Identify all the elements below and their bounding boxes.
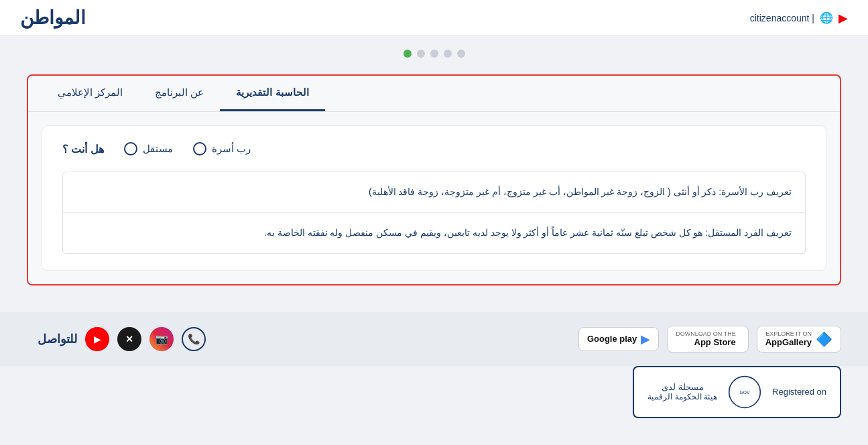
instagram-icon[interactable]: 📷: [149, 327, 174, 351]
carousel-dot-5[interactable]: [404, 50, 412, 58]
youtube-icon[interactable]: ▶: [85, 327, 109, 351]
registered-org-name: هيئة الحكومة الرقمية: [647, 392, 717, 401]
youtube-icon[interactable]: ▶: [839, 11, 848, 25]
radio-family-head[interactable]: رب أسرة: [193, 142, 251, 155]
google-play-badge[interactable]: ▶ Google play: [578, 327, 659, 351]
phone-icon[interactable]: 📞: [182, 327, 206, 351]
globe-icon[interactable]: 🌐: [820, 11, 833, 24]
radio-family-head-label: رب أسرة: [212, 143, 251, 155]
carousel-indicators: [0, 36, 868, 68]
footer-contact: 📞 📷 ✕ ▶ للتواصل: [27, 327, 206, 351]
registered-box: Registered on GOV مسجلة لدى هيئة الحكومة…: [633, 366, 841, 418]
apple-main-label: App Store: [676, 337, 735, 348]
apple-sub-label: Download on the: [676, 330, 735, 338]
x-twitter-icon[interactable]: ✕: [117, 327, 141, 351]
main-content: الحاسبة التقديرية عن البرنامج المركز الإ…: [0, 68, 868, 312]
tab-bar: الحاسبة التقديرية عن البرنامج المركز الإ…: [28, 76, 840, 112]
contact-title: للتواصل: [38, 332, 77, 346]
radio-independent-label: مستقل: [143, 143, 173, 155]
tab-calculator[interactable]: الحاسبة التقديرية: [220, 76, 324, 111]
huawei-badge[interactable]: 🔷 EXPLORE IT ON AppGallery: [757, 326, 841, 353]
radio-family-head-circle[interactable]: [193, 142, 206, 155]
carousel-dot-2[interactable]: [444, 50, 452, 58]
app-badges: 🔷 EXPLORE IT ON AppGallery Download on t…: [578, 326, 841, 353]
tab-about[interactable]: عن البرنامج: [139, 76, 220, 111]
definitions-box: تعريف رب الأسرة: ذكر أو أنثى ( الزوج، زو…: [62, 172, 806, 254]
question-row: رب أسرة مستقل هل أنت ؟: [62, 142, 806, 155]
google-play-badge-text: Google play: [587, 334, 637, 344]
radio-independent-circle[interactable]: [124, 142, 137, 155]
carousel-dot-1[interactable]: [457, 50, 465, 58]
definition-family-head: تعريف رب الأسرة: ذكر أو أنثى ( الزوج، زو…: [63, 172, 805, 213]
tab-media[interactable]: المركز الإعلامي: [42, 76, 139, 111]
carousel-dot-4[interactable]: [417, 50, 425, 58]
digital-gov-logo: GOV: [728, 375, 761, 409]
question-label: هل أنت ؟: [62, 143, 104, 155]
definition-independent: تعريف الفرد المستقل: هو كل شخص تبلغ سنّه…: [63, 213, 805, 253]
svg-text:GOV: GOV: [740, 389, 750, 394]
apple-badge[interactable]: Download on the App Store: [667, 326, 748, 353]
radio-independent[interactable]: مستقل: [124, 142, 173, 155]
apple-badge-text: Download on the App Store: [676, 330, 735, 348]
huawei-main-label: AppGallery: [765, 337, 812, 348]
calculator-inner: رب أسرة مستقل هل أنت ؟ تعريف رب الأسرة: …: [42, 125, 826, 271]
huawei-badge-text: EXPLORE IT ON AppGallery: [765, 330, 812, 348]
header-left: ▶ 🌐 | citizenaccount: [750, 11, 848, 25]
registered-en-label: Registered on: [772, 387, 826, 397]
registered-section: Registered on GOV مسجلة لدى هيئة الحكومة…: [0, 366, 868, 432]
site-logo: المواطن: [20, 7, 86, 29]
registered-ar-label: مسجلة لدى: [662, 382, 704, 392]
header: ▶ 🌐 | citizenaccount المواطن: [0, 0, 868, 36]
google-play-icon: ▶: [641, 332, 650, 346]
huawei-sub-label: EXPLORE IT ON: [765, 330, 812, 338]
social-label: | citizenaccount: [750, 13, 814, 23]
carousel-dot-3[interactable]: [430, 50, 438, 58]
calculator-card: الحاسبة التقديرية عن البرنامج المركز الإ…: [27, 74, 841, 285]
google-play-label: Google play: [587, 334, 637, 344]
footer: 🔷 EXPLORE IT ON AppGallery Download on t…: [0, 312, 868, 366]
huawei-icon: 🔷: [816, 331, 832, 347]
